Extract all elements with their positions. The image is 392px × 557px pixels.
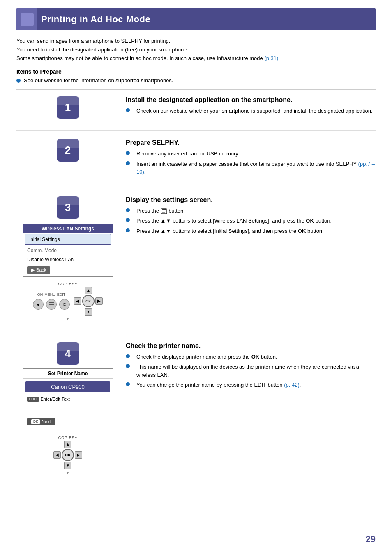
bullet-icon — [126, 151, 130, 155]
step-1-bullet-1: Check on our website whether your smartp… — [126, 107, 376, 115]
page-title: Printing in Ad Hoc Mode — [41, 14, 367, 25]
step-4-bullet-3: You can change the printer name by press… — [126, 381, 376, 389]
prepare-bullet: See our website for the information on s… — [16, 77, 376, 84]
step-2-bullet-2: Insert an ink cassette and a paper casse… — [126, 160, 376, 176]
intro-line3: Some smartphones may not be able to conn… — [16, 54, 376, 63]
ok-badge: OK — [31, 419, 40, 424]
step-4-screen: Set Printer Name Canon CP900 EDIT Enter/… — [23, 368, 113, 429]
nav-left-arrow-4[interactable]: ◀ — [53, 451, 61, 459]
step-4-number: 4 — [57, 342, 79, 365]
bullet-icon — [126, 364, 130, 368]
nav-cluster-4: ▲ ▼ ◀ ▶ OK — [53, 441, 82, 469]
step4-link[interactable]: (p. 42) — [284, 382, 300, 388]
step-2-number: 2 — [57, 139, 79, 162]
step-3-number: 3 — [57, 196, 79, 219]
bullet-icon — [126, 218, 130, 222]
nav-cluster: ▲ ▼ ◀ ▶ OK — [74, 287, 103, 316]
edit-label-device: EDIT — [57, 292, 66, 297]
step-3-right: Display the settings screen. Press the b… — [126, 196, 376, 235]
step-1-title: Install the designated application on th… — [126, 96, 376, 104]
items-to-prepare-heading: Items to Prepare — [16, 68, 376, 75]
step-1-number: 1 — [57, 96, 79, 119]
step-4-right: Check the printer name. Check the displa… — [126, 342, 376, 389]
nav-up-arrow[interactable]: ▲ — [85, 287, 92, 294]
bullet-dot-icon — [16, 79, 21, 83]
step-3-title: Display the settings screen. — [126, 196, 376, 204]
screen-4-edit: EDIT Enter/Edit Text — [23, 395, 113, 403]
power-button[interactable]: ● — [33, 299, 44, 310]
screen-3-back: ▶ Back — [27, 266, 50, 274]
nav-right-arrow-4[interactable]: ▶ — [75, 451, 82, 459]
device-illustration-4: COPIES+ ▲ ▼ ◀ ▶ OK ▼ — [35, 436, 101, 476]
step-1-right: Install the designated application on th… — [126, 96, 376, 115]
screen-4-title: Set Printer Name — [23, 369, 113, 379]
step-2-right: Prepare SELPHY. Remove any inserted card… — [126, 139, 376, 176]
bullet-icon — [126, 108, 130, 112]
svg-rect-1 — [49, 304, 54, 305]
step-4-title: Check the printer name. — [126, 342, 376, 350]
header-icon — [21, 13, 34, 26]
step-1-row: 1 Install the designated application on … — [16, 96, 376, 119]
device-labels: COPIES+ — [35, 282, 101, 286]
step-3-left: 3 Wireless LAN Settings Initial Settings… — [16, 196, 119, 322]
menu-label: MENU — [44, 292, 55, 297]
page-header: Printing in Ad Hoc Mode — [16, 8, 376, 30]
divider-1 — [16, 130, 376, 131]
bullet-icon — [126, 208, 130, 212]
step-2-bullet-1: Remove any inserted card or USB memory. — [126, 150, 376, 158]
divider-3 — [16, 334, 376, 334]
svg-rect-4 — [162, 209, 166, 210]
svg-rect-2 — [49, 306, 54, 306]
device-illustration-3: COPIES+ ON MENU EDIT ● — [33, 282, 103, 322]
step-4-left: 4 Set Printer Name Canon CP900 EDIT Ente… — [16, 342, 119, 476]
step-1-left: 1 — [16, 96, 119, 119]
screen-4-name: Canon CP900 — [25, 381, 110, 392]
step-1-bullets: Check on our website whether your smartp… — [126, 107, 376, 115]
step-2-bullets: Remove any inserted card or USB memory. … — [126, 150, 376, 176]
step-2-left: 2 — [16, 139, 119, 162]
intro-line1: You can send images from a smartphone to… — [16, 37, 376, 46]
prepare-section: Items to Prepare See our website for the… — [16, 68, 376, 90]
edit-badge: EDIT — [27, 397, 39, 402]
step-2-title: Prepare SELPHY. — [126, 139, 376, 146]
intro-line2: You need to install the designated appli… — [16, 46, 376, 54]
svg-rect-5 — [162, 211, 166, 211]
divider-2 — [16, 188, 376, 188]
screen-4-ok-next: OK Next — [27, 418, 55, 425]
svg-rect-6 — [162, 212, 165, 213]
step-3-row: 3 Wireless LAN Settings Initial Settings… — [16, 196, 376, 322]
step-3-bullet-3: Press the ▲▼ buttons to select [Initial … — [126, 227, 376, 235]
svg-rect-0 — [49, 302, 54, 303]
step-4-bullet-2: This name will be displayed on the devic… — [126, 363, 376, 379]
nav-up-arrow-4[interactable]: ▲ — [64, 441, 71, 448]
ok-button[interactable]: OK — [82, 295, 95, 307]
screen-3-label: Comm. Mode — [23, 246, 113, 255]
bullet-icon — [126, 228, 130, 232]
step-3-bullet-1: Press the button. — [126, 207, 376, 215]
nav-down-arrow-4[interactable]: ▼ — [64, 462, 71, 469]
page-number: 29 — [366, 534, 376, 545]
nav-down-arrow[interactable]: ▼ — [85, 308, 92, 316]
menu-button[interactable] — [46, 299, 57, 310]
ok-button-4[interactable]: OK — [62, 449, 74, 461]
step-4-bullets: Check the displayed printer name and pre… — [126, 353, 376, 389]
nav-right-arrow[interactable]: ▶ — [95, 297, 103, 305]
step-2-row: 2 Prepare SELPHY. Remove any inserted ca… — [16, 139, 376, 176]
nav-left-arrow[interactable]: ◀ — [74, 297, 81, 305]
bullet-icon — [126, 354, 130, 358]
screen-3-value: Disable Wireless LAN — [23, 255, 113, 265]
step-3-bullets: Press the button. Press the ▲▼ buttons t… — [126, 207, 376, 235]
step-4-row: 4 Set Printer Name Canon CP900 EDIT Ente… — [16, 342, 376, 476]
intro-section: You can send images from a smartphone to… — [16, 37, 376, 63]
step-3-bullet-2: Press the ▲▼ buttons to select [Wireless… — [126, 217, 376, 225]
prepare-bullet-text: See our website for the information on s… — [24, 77, 173, 84]
bullet-icon — [126, 382, 130, 386]
step-3-screen: Wireless LAN Settings Initial Settings C… — [23, 224, 113, 277]
screen-3-title: Wireless LAN Settings — [23, 224, 113, 233]
edit-button[interactable]: E — [59, 299, 70, 310]
steps-container: 1 Install the designated application on … — [16, 96, 376, 486]
bullet-icon — [126, 161, 130, 165]
intro-link[interactable]: (p.31) — [264, 55, 278, 61]
screen-3-item1: Initial Settings — [25, 234, 111, 245]
step-4-bullet-1: Check the displayed printer name and pre… — [126, 353, 376, 361]
